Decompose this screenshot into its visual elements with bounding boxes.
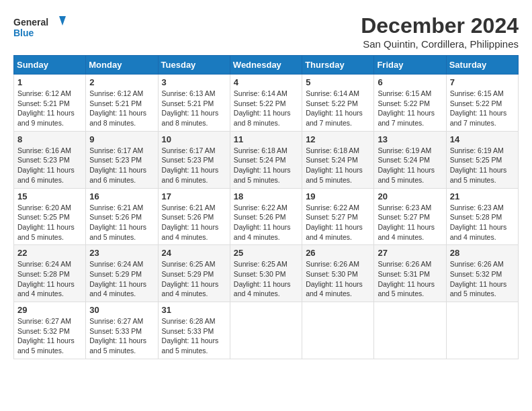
day-number: 20 — [378, 191, 442, 201]
cell-content: Sunrise: 6:21 AM Sunset: 5:26 PM Dayligh… — [162, 203, 226, 242]
cell-content: Sunrise: 6:18 AM Sunset: 5:24 PM Dayligh… — [306, 146, 370, 185]
location-title: San Quintin, Cordillera, Philippines — [361, 38, 519, 50]
cell-content: Sunrise: 6:13 AM Sunset: 5:21 PM Dayligh… — [162, 89, 226, 128]
cell-content: Sunrise: 6:23 AM Sunset: 5:27 PM Dayligh… — [378, 203, 442, 242]
daylight-text: Daylight: 11 hours and 6 minutes. — [162, 165, 226, 185]
sunset-text: Sunset: 5:29 PM — [89, 269, 154, 279]
daylight-text: Daylight: 11 hours and 4 minutes. — [450, 222, 515, 242]
sunrise-text: Sunrise: 6:22 AM — [306, 203, 370, 213]
calendar-cell: 22 Sunrise: 6:24 AM Sunset: 5:28 PM Dayl… — [14, 245, 86, 302]
calendar-cell — [302, 302, 374, 359]
calendar-cell: 17 Sunrise: 6:21 AM Sunset: 5:26 PM Dayl… — [158, 188, 230, 245]
calendar-cell: 4 Sunrise: 6:14 AM Sunset: 5:22 PM Dayli… — [230, 75, 302, 132]
calendar-row: 29 Sunrise: 6:27 AM Sunset: 5:32 PM Dayl… — [14, 302, 519, 359]
daylight-text: Daylight: 11 hours and 7 minutes. — [378, 108, 442, 128]
sunset-text: Sunset: 5:26 PM — [162, 212, 226, 222]
sunrise-text: Sunrise: 6:15 AM — [378, 89, 442, 99]
sunset-text: Sunset: 5:26 PM — [234, 212, 298, 222]
daylight-text: Daylight: 11 hours and 4 minutes. — [234, 222, 298, 242]
cell-content: Sunrise: 6:25 AM Sunset: 5:30 PM Dayligh… — [234, 259, 298, 299]
daylight-text: Daylight: 11 hours and 6 minutes. — [89, 165, 154, 185]
cell-content: Sunrise: 6:28 AM Sunset: 5:33 PM Dayligh… — [162, 316, 226, 356]
day-number: 18 — [234, 191, 298, 201]
sunrise-text: Sunrise: 6:14 AM — [234, 89, 298, 99]
col-monday: Monday — [86, 56, 158, 75]
sunset-text: Sunset: 5:27 PM — [378, 212, 442, 222]
sunrise-text: Sunrise: 6:23 AM — [450, 203, 515, 213]
sunset-text: Sunset: 5:23 PM — [162, 155, 226, 165]
day-number: 5 — [306, 77, 370, 87]
daylight-text: Daylight: 11 hours and 9 minutes. — [17, 108, 82, 128]
sunset-text: Sunset: 5:22 PM — [306, 99, 370, 109]
day-number: 31 — [162, 305, 226, 315]
sunrise-text: Sunrise: 6:21 AM — [162, 203, 226, 213]
daylight-text: Daylight: 11 hours and 8 minutes. — [89, 108, 154, 128]
svg-marker-2 — [59, 16, 66, 26]
day-number: 28 — [450, 248, 515, 258]
day-number: 7 — [450, 77, 515, 87]
sunset-text: Sunset: 5:29 PM — [162, 269, 226, 279]
daylight-text: Daylight: 11 hours and 4 minutes. — [17, 279, 82, 299]
day-number: 17 — [162, 191, 226, 201]
col-tuesday: Tuesday — [158, 56, 230, 75]
calendar-cell: 1 Sunrise: 6:12 AM Sunset: 5:21 PM Dayli… — [14, 75, 86, 132]
day-number: 9 — [89, 134, 154, 144]
svg-text:Blue: Blue — [13, 28, 34, 38]
calendar-table: Sunday Monday Tuesday Wednesday Thursday… — [13, 55, 519, 359]
col-wednesday: Wednesday — [230, 56, 302, 75]
header: General Blue December 2024 San Quintin, … — [13, 13, 519, 50]
cell-content: Sunrise: 6:18 AM Sunset: 5:24 PM Dayligh… — [234, 146, 298, 185]
daylight-text: Daylight: 11 hours and 8 minutes. — [162, 108, 226, 128]
daylight-text: Daylight: 11 hours and 5 minutes. — [17, 222, 82, 242]
daylight-text: Daylight: 11 hours and 5 minutes. — [450, 165, 515, 185]
sunset-text: Sunset: 5:23 PM — [89, 155, 154, 165]
day-number: 13 — [378, 134, 442, 144]
sunset-text: Sunset: 5:28 PM — [450, 212, 515, 222]
calendar-cell — [446, 302, 518, 359]
calendar-cell: 30 Sunrise: 6:27 AM Sunset: 5:33 PM Dayl… — [86, 302, 158, 359]
cell-content: Sunrise: 6:23 AM Sunset: 5:28 PM Dayligh… — [450, 203, 515, 242]
calendar-cell: 5 Sunrise: 6:14 AM Sunset: 5:22 PM Dayli… — [302, 75, 374, 132]
daylight-text: Daylight: 11 hours and 5 minutes. — [89, 222, 154, 242]
calendar-cell: 31 Sunrise: 6:28 AM Sunset: 5:33 PM Dayl… — [158, 302, 230, 359]
sunset-text: Sunset: 5:24 PM — [378, 155, 442, 165]
sunrise-text: Sunrise: 6:26 AM — [450, 259, 515, 269]
day-number: 14 — [450, 134, 515, 144]
sunrise-text: Sunrise: 6:22 AM — [234, 203, 298, 213]
day-number: 21 — [450, 191, 515, 201]
sunrise-text: Sunrise: 6:14 AM — [306, 89, 370, 99]
sunrise-text: Sunrise: 6:16 AM — [17, 146, 82, 156]
daylight-text: Daylight: 11 hours and 5 minutes. — [378, 279, 442, 299]
day-number: 2 — [89, 77, 154, 87]
cell-content: Sunrise: 6:15 AM Sunset: 5:22 PM Dayligh… — [450, 89, 515, 128]
cell-content: Sunrise: 6:26 AM Sunset: 5:31 PM Dayligh… — [378, 259, 442, 299]
sunset-text: Sunset: 5:21 PM — [89, 99, 154, 109]
sunset-text: Sunset: 5:24 PM — [234, 155, 298, 165]
calendar-cell: 8 Sunrise: 6:16 AM Sunset: 5:23 PM Dayli… — [14, 131, 86, 188]
daylight-text: Daylight: 11 hours and 4 minutes. — [162, 279, 226, 299]
cell-content: Sunrise: 6:14 AM Sunset: 5:22 PM Dayligh… — [234, 89, 298, 128]
sunset-text: Sunset: 5:21 PM — [162, 99, 226, 109]
sunrise-text: Sunrise: 6:27 AM — [17, 316, 82, 326]
calendar-cell: 29 Sunrise: 6:27 AM Sunset: 5:32 PM Dayl… — [14, 302, 86, 359]
cell-content: Sunrise: 6:12 AM Sunset: 5:21 PM Dayligh… — [17, 89, 82, 128]
cell-content: Sunrise: 6:20 AM Sunset: 5:25 PM Dayligh… — [17, 203, 82, 242]
sunrise-text: Sunrise: 6:25 AM — [162, 259, 226, 269]
calendar-cell: 13 Sunrise: 6:19 AM Sunset: 5:24 PM Dayl… — [374, 131, 446, 188]
sunset-text: Sunset: 5:28 PM — [17, 269, 82, 279]
calendar-cell: 25 Sunrise: 6:25 AM Sunset: 5:30 PM Dayl… — [230, 245, 302, 302]
calendar-cell: 3 Sunrise: 6:13 AM Sunset: 5:21 PM Dayli… — [158, 75, 230, 132]
cell-content: Sunrise: 6:26 AM Sunset: 5:32 PM Dayligh… — [450, 259, 515, 299]
sunrise-text: Sunrise: 6:12 AM — [89, 89, 154, 99]
calendar-cell: 6 Sunrise: 6:15 AM Sunset: 5:22 PM Dayli… — [374, 75, 446, 132]
month-title: December 2024 — [361, 13, 519, 38]
sunrise-text: Sunrise: 6:12 AM — [17, 89, 82, 99]
sunrise-text: Sunrise: 6:26 AM — [378, 259, 442, 269]
sunset-text: Sunset: 5:23 PM — [17, 155, 82, 165]
title-section: December 2024 San Quintin, Cordillera, P… — [361, 13, 519, 50]
cell-content: Sunrise: 6:22 AM Sunset: 5:26 PM Dayligh… — [234, 203, 298, 242]
sunset-text: Sunset: 5:30 PM — [306, 269, 370, 279]
col-thursday: Thursday — [302, 56, 374, 75]
col-friday: Friday — [374, 56, 446, 75]
cell-content: Sunrise: 6:27 AM Sunset: 5:33 PM Dayligh… — [89, 316, 154, 356]
